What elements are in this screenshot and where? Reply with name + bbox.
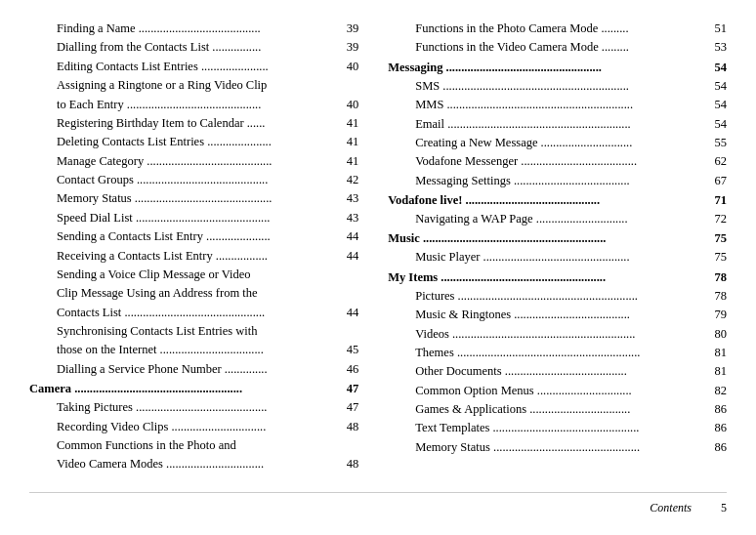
contact-groups-item: Contact Groups .........................… bbox=[29, 171, 358, 189]
list-item: Assigning a Ringtone or a Ring Video Cli… bbox=[29, 76, 358, 95]
list-item: Sending a Contacts List Entry ..........… bbox=[29, 227, 358, 246]
list-item: Synchronising Contacts List Entries with bbox=[29, 322, 358, 341]
list-item: Other Documents ........................… bbox=[388, 362, 727, 381]
list-item: Creating a New Message .................… bbox=[388, 134, 727, 152]
list-item: Games & Applications ...................… bbox=[388, 400, 727, 419]
messaging-section: Messaging ..............................… bbox=[388, 58, 727, 77]
list-item: Videos .................................… bbox=[388, 325, 727, 344]
list-item: Music Player ...........................… bbox=[388, 248, 727, 267]
memory-status-item: Memory Status ..........................… bbox=[29, 189, 358, 208]
list-item: Finding a Name .........................… bbox=[29, 20, 358, 38]
list-item: Functions in the Photo Camera Mode .....… bbox=[388, 20, 727, 38]
list-item: Functions in the Video Camera Mode .....… bbox=[388, 38, 727, 57]
list-item: Contacts List ..........................… bbox=[29, 304, 358, 322]
list-item: Registering Birthday Item to Calendar ..… bbox=[29, 114, 358, 133]
content-area: Finding a Name .........................… bbox=[29, 20, 727, 488]
list-item: Clip Message Using an Address from the bbox=[29, 284, 358, 303]
list-item: those on the Internet ..................… bbox=[29, 341, 358, 359]
my-items-section: My Items ...............................… bbox=[388, 268, 727, 287]
list-item: Dialling from the Contacts List ........… bbox=[29, 38, 358, 57]
list-item: SMS ....................................… bbox=[388, 77, 727, 96]
list-item: MMS ....................................… bbox=[388, 96, 727, 114]
list-item: Recording Video Clips ..................… bbox=[29, 418, 358, 436]
page: Finding a Name .........................… bbox=[0, 0, 756, 535]
right-column: Functions in the Photo Camera Mode .....… bbox=[378, 20, 727, 488]
camera-section: Camera .................................… bbox=[29, 379, 358, 398]
footer-label: Contents bbox=[650, 501, 692, 515]
footer: Contents 5 bbox=[29, 492, 727, 515]
list-item: Editing Contacts List Entries ..........… bbox=[29, 58, 358, 76]
left-column: Finding a Name .........................… bbox=[29, 20, 378, 488]
list-item: Music & Ringtones ......................… bbox=[388, 306, 727, 324]
list-item: Deleting Contacts List Entries .........… bbox=[29, 133, 358, 151]
list-item: Sending a Voice Clip Message or Video bbox=[29, 266, 358, 284]
list-item: Navigating a WAP Page ..................… bbox=[388, 210, 727, 228]
list-item: Common Functions in the Photo and bbox=[29, 436, 358, 455]
list-item: Dialling a Service Phone Number ........… bbox=[29, 360, 358, 379]
list-item: Common Option Menus ....................… bbox=[388, 382, 727, 400]
list-item: Video Camera Modes .....................… bbox=[29, 455, 358, 473]
list-item: Memory Status ..........................… bbox=[388, 438, 727, 457]
list-item: Taking Pictures ........................… bbox=[29, 398, 358, 417]
list-item: to Each Entry ..........................… bbox=[29, 96, 358, 114]
music-section: Music ..................................… bbox=[388, 228, 727, 248]
list-item: Speed Dial List ........................… bbox=[29, 209, 358, 227]
manage-category-item: Manage Category ........................… bbox=[29, 152, 358, 171]
list-item: Email ..................................… bbox=[388, 115, 727, 134]
list-item: Messaging Settings .....................… bbox=[388, 172, 727, 190]
list-item: Vodafone Messenger .....................… bbox=[388, 152, 727, 171]
vodafone-live-section: Vodafone live! .........................… bbox=[388, 190, 727, 210]
list-item: Receiving a Contacts List Entry ........… bbox=[29, 247, 358, 266]
list-item: Themes .................................… bbox=[388, 344, 727, 362]
list-item: Pictures ...............................… bbox=[388, 287, 727, 306]
list-item: Text Templates .........................… bbox=[388, 419, 727, 437]
footer-page: 5 bbox=[721, 501, 727, 515]
